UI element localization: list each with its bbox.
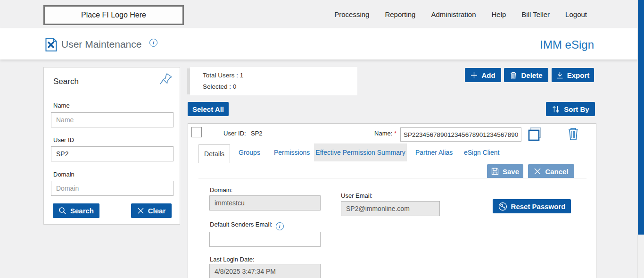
cancel-button[interactable]: Cancel <box>528 164 574 178</box>
delete-button[interactable]: Delete <box>504 68 548 82</box>
search-name-input[interactable] <box>51 112 173 127</box>
menu-item-reporting[interactable]: Reporting <box>385 10 415 18</box>
last-login-input <box>209 264 321 278</box>
selected-count-text: Selected : 0 <box>203 83 236 90</box>
last-login-label: Last Login Date: <box>210 256 255 263</box>
search-button-label: Search <box>70 207 94 215</box>
menu-item-help[interactable]: Help <box>492 10 506 18</box>
search-panel-title: Search <box>53 77 79 86</box>
save-floppy-icon <box>491 168 499 175</box>
sort-by-button[interactable]: Sort By <box>546 102 595 116</box>
reset-password-key-icon <box>498 202 507 211</box>
tab-esign-client[interactable]: eSign Client <box>464 149 500 156</box>
user-id-label: User ID: <box>223 130 246 137</box>
tab-details[interactable]: Details <box>198 144 230 163</box>
sort-arrows-icon <box>552 105 560 113</box>
user-email-input <box>341 201 440 216</box>
search-user-id-label: User ID <box>53 136 74 143</box>
tab-effective-permission-summary[interactable]: Effective Permission Summary <box>314 143 407 161</box>
menu-item-user-bill-teller[interactable]: Bill Teller <box>521 10 550 18</box>
reset-password-label: Reset Password <box>511 202 566 211</box>
user-row-checkbox[interactable] <box>191 127 202 137</box>
search-domain-label: Domain <box>53 171 74 178</box>
add-button[interactable]: Add <box>465 68 501 82</box>
cancel-x-icon <box>534 168 541 175</box>
default-senders-info-icon[interactable]: i <box>276 222 284 230</box>
top-menu: Processing Reporting Administration Help… <box>334 0 587 28</box>
user-count-box: Total Users : 1 Selected : 0 <box>190 67 357 95</box>
search-domain-input[interactable] <box>51 181 173 196</box>
reset-password-button[interactable]: Reset Password <box>493 199 571 213</box>
pin-icon[interactable] <box>159 72 173 87</box>
tab-details-label: Details <box>204 150 224 158</box>
user-row-card: User ID: SP2 Name: * Details Groups Perm… <box>188 123 596 278</box>
menu-item-administration[interactable]: Administration <box>431 10 476 18</box>
download-icon <box>556 71 563 79</box>
top-bar: Place FI Logo Here Processing Reporting … <box>0 0 644 28</box>
clear-x-icon <box>137 207 144 214</box>
user-email-label: User Email: <box>341 192 372 199</box>
clear-button[interactable]: Clear <box>131 203 172 218</box>
sort-by-label: Sort By <box>564 105 589 113</box>
row-delete-trash-icon[interactable] <box>567 126 580 141</box>
copy-icon[interactable] <box>528 126 543 142</box>
delete-button-label: Delete <box>521 71 542 79</box>
search-button[interactable]: Search <box>53 203 99 218</box>
search-user-id-input[interactable] <box>51 146 173 161</box>
page-info-icon[interactable]: i <box>149 39 157 47</box>
menu-item-processing[interactable]: Processing <box>334 10 369 18</box>
search-name-label: Name <box>53 102 70 109</box>
user-id-value: SP2 <box>251 130 263 137</box>
plus-icon <box>471 72 478 79</box>
select-all-label: Select All <box>192 105 224 113</box>
user-name-input[interactable] <box>400 127 521 142</box>
brand-imm-esign: IMM eSign <box>540 38 594 51</box>
page-title: User Maintenance <box>61 39 141 50</box>
save-button-label: Save <box>503 168 519 176</box>
total-users-text: Total Users : 1 <box>203 72 243 79</box>
fi-logo-text: Place FI Logo Here <box>81 11 146 19</box>
clear-button-label: Clear <box>148 207 166 215</box>
search-panel: Search Name User ID Domain Search Clear <box>43 67 180 225</box>
fi-logo-placeholder: Place FI Logo Here <box>43 5 184 25</box>
domain-label: Domain: <box>210 186 232 194</box>
save-button[interactable]: Save <box>487 164 523 178</box>
export-button-label: Export <box>567 71 590 79</box>
name-label: Name: * <box>344 130 396 137</box>
search-icon <box>58 207 66 215</box>
tab-groups[interactable]: Groups <box>239 149 260 156</box>
select-all-button[interactable]: Select All <box>188 102 229 116</box>
default-senders-email-input[interactable] <box>209 232 321 247</box>
tab-permissions[interactable]: Permissions <box>274 149 310 156</box>
user-maintenance-icon <box>45 37 58 52</box>
page-scrollbar-thumb[interactable] <box>638 0 644 235</box>
user-maintenance-page: Place FI Logo Here Processing Reporting … <box>0 0 644 278</box>
page-scrollbar-track[interactable] <box>637 0 644 278</box>
required-asterisk: * <box>394 130 396 137</box>
cancel-button-label: Cancel <box>545 168 568 176</box>
domain-input <box>209 195 321 211</box>
menu-item-logout[interactable]: Logout <box>565 10 587 18</box>
tab-eps-label: Effective Permission Summary <box>315 149 405 156</box>
page-header: User Maintenance i IMM eSign <box>0 28 644 59</box>
export-button[interactable]: Export <box>552 68 594 82</box>
tab-content-divider <box>198 178 586 178</box>
trash-icon <box>510 71 517 79</box>
tab-partner-alias[interactable]: Partner Alias <box>415 149 453 156</box>
default-senders-email-label: Default Senders Email: i <box>210 221 284 230</box>
add-button-label: Add <box>481 71 495 79</box>
